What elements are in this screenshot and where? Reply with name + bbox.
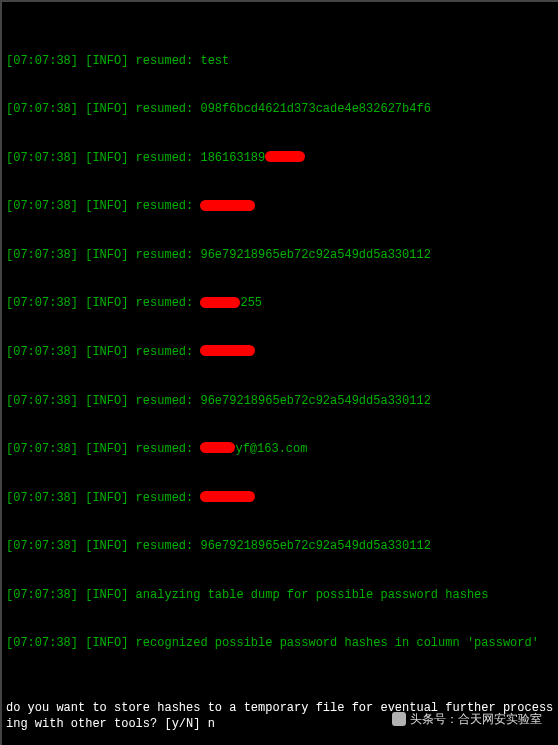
redaction (200, 200, 255, 211)
log-line: [07:07:38] [INFO] resumed: (6, 490, 554, 506)
log-line: [07:07:38] [INFO] recognized possible pa… (6, 635, 554, 651)
log-line: [07:07:38] [INFO] resumed: 96e79218965eb… (6, 538, 554, 554)
log-line: [07:07:38] [INFO] resumed: yf@163.com (6, 441, 554, 457)
log-line: [07:07:38] [INFO] resumed: (6, 344, 554, 360)
log-line: [07:07:38] [INFO] resumed: 098f6bcd4621d… (6, 101, 554, 117)
watermark-text: 头条号：合天网安实验室 (410, 711, 542, 727)
log-line: [07:07:38] [INFO] resumed: test (6, 53, 554, 69)
redaction (200, 442, 235, 453)
log-line: [07:07:38] [INFO] resumed: 255 (6, 295, 554, 311)
log-line: [07:07:38] [INFO] resumed: 96e79218965eb… (6, 247, 554, 263)
watermark-logo-icon (392, 712, 406, 726)
log-line: [07:07:38] [INFO] resumed: 186163189 (6, 150, 554, 166)
redaction (265, 151, 305, 162)
redaction (200, 345, 255, 356)
redaction (200, 491, 255, 502)
redaction (200, 297, 240, 308)
log-line: [07:07:38] [INFO] resumed: (6, 198, 554, 214)
watermark: 头条号：合天网安实验室 (388, 709, 546, 729)
log-line: [07:07:38] [INFO] resumed: 96e79218965eb… (6, 393, 554, 409)
log-line: [07:07:38] [INFO] analyzing table dump f… (6, 587, 554, 603)
terminal-output: [07:07:38] [INFO] resumed: test [07:07:3… (2, 2, 558, 745)
